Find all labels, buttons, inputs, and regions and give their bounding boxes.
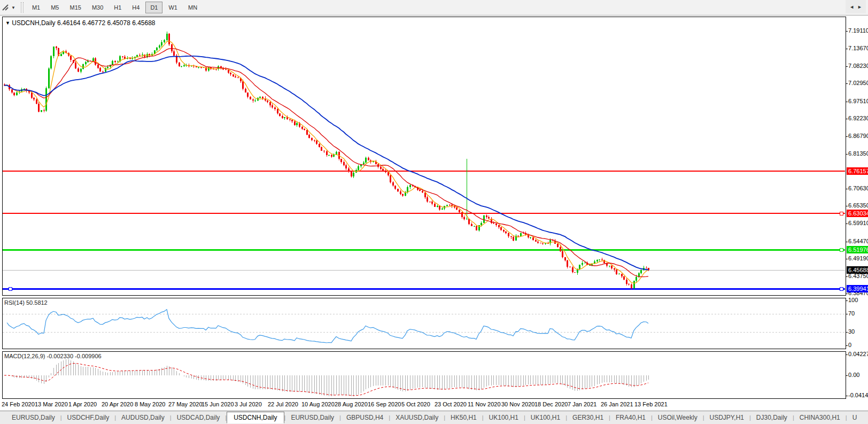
price-axis-tick: 7.19110 bbox=[848, 27, 868, 34]
date-axis-label: 15 Jun 2020 bbox=[201, 401, 234, 407]
tab-xauusd-daily[interactable]: XAUUSD,Daily bbox=[390, 412, 444, 423]
date-axis-label: 22 Jul 2020 bbox=[268, 401, 298, 407]
main-chart-plot[interactable] bbox=[3, 17, 846, 295]
ohlc-low: 6.45078 bbox=[107, 19, 130, 27]
date-axis-label: 28 Aug 2020 bbox=[335, 401, 368, 407]
macd-plot[interactable] bbox=[3, 351, 846, 398]
tab-eurusd-daily[interactable]: EURUSD,Daily bbox=[6, 412, 60, 423]
rsi-axis-tick: 0 bbox=[848, 342, 851, 348]
date-axis-label: 24 Feb 2020 bbox=[2, 401, 35, 407]
rsi-axis-tick: 70 bbox=[848, 310, 855, 317]
price-axis-tick: 6.49190 bbox=[848, 255, 868, 261]
tab-scrollers: ◄ ► bbox=[846, 0, 866, 13]
date-axis-label: 7 Jan 2021 bbox=[568, 401, 596, 407]
macd-legend: MACD(12,26,9) -0.002330 -0.009906 bbox=[4, 353, 102, 359]
rsi-plot[interactable] bbox=[3, 298, 846, 349]
tab-ger30-h1[interactable]: GER30,H1 bbox=[567, 412, 609, 423]
macd-label: MACD(12,26,9) bbox=[4, 353, 45, 359]
price-axis-tick: 6.54470 bbox=[848, 238, 868, 244]
tab-gbpusd-h4[interactable]: GBPUSD,H4 bbox=[341, 412, 389, 423]
timeframe-button-group: M1M5M15M30H1H4D1W1MN bbox=[27, 2, 203, 13]
date-axis-label: 13 Mar 2020 bbox=[35, 401, 68, 407]
tab-usoil-weekly[interactable]: USOil,Weekly bbox=[653, 412, 703, 423]
date-axis-label: 27 May 2020 bbox=[168, 401, 203, 407]
tab-hk50-h1[interactable]: HK50,H1 bbox=[445, 412, 482, 423]
rsi-axis-tick: 100 bbox=[848, 297, 858, 303]
timeframe-button-h4[interactable]: H4 bbox=[127, 2, 144, 13]
symbol-dropdown-icon[interactable]: ▼ bbox=[5, 20, 10, 26]
price-axis-tick: 6.97510 bbox=[848, 98, 868, 104]
macd-axis-tick: 0.042275 bbox=[848, 351, 868, 357]
price-axis-tick: 7.02950 bbox=[848, 80, 868, 86]
date-axis-label: 1 Apr 2020 bbox=[68, 401, 97, 407]
macd-signal-value: -0.009906 bbox=[75, 353, 102, 359]
date-axis-label: 13 Feb 2021 bbox=[634, 401, 668, 407]
chart-draw-tool-icon bbox=[1, 3, 10, 12]
price-axis-tick: 6.86790 bbox=[848, 133, 868, 139]
rsi-axis-tick: 30 bbox=[848, 328, 855, 335]
tab-audusd-daily[interactable]: AUDUSD,Daily bbox=[116, 412, 170, 423]
top-toolbar: ▼ M1M5M15M30H1H4D1W1MN bbox=[0, 0, 868, 16]
tab-u[interactable]: U bbox=[847, 412, 863, 423]
price-axis-tick: 6.70630 bbox=[848, 185, 868, 191]
timeframe-button-m15[interactable]: M15 bbox=[65, 2, 86, 13]
chart-title: USDCNH,Daily bbox=[12, 19, 55, 27]
chart-legend: ▼ USDCNH,Daily 6.46164 6.46772 6.45078 6… bbox=[5, 19, 156, 27]
trading-platform-window: { "toolbar": { "tools_icon": "chart-draw… bbox=[0, 0, 868, 424]
date-axis-label: 11 Nov 2020 bbox=[468, 401, 501, 407]
tab-usdjpy-h1[interactable]: USDJPY,H1 bbox=[704, 412, 749, 423]
price-axis-tick: 6.81350 bbox=[848, 150, 868, 157]
date-axis-label: 26 Jan 2021 bbox=[601, 401, 633, 407]
symbol-tab-bar: EURUSD,Daily|USDCHF,Daily|AUDUSD,Daily|U… bbox=[0, 411, 868, 424]
date-axis-label: 23 Oct 2020 bbox=[435, 401, 467, 407]
tab-scroll-right-icon[interactable]: ► bbox=[857, 4, 862, 10]
price-axis-tick: 7.13670 bbox=[848, 45, 868, 51]
level-price-badge: 6.76157 bbox=[847, 167, 868, 175]
tab-china300-h1[interactable]: CHINA300,H1 bbox=[794, 412, 846, 423]
tab-dj30-daily[interactable]: DJ30,Daily bbox=[751, 412, 793, 423]
level-price-badge: 6.63034 bbox=[847, 210, 868, 217]
tab-uk100-h1[interactable]: UK100,H1 bbox=[484, 412, 524, 423]
rsi-label: RSI(14) bbox=[4, 299, 25, 306]
tab-usdcad-daily[interactable]: USDCAD,Daily bbox=[172, 412, 226, 423]
date-axis-label: 18 Dec 2020 bbox=[534, 401, 568, 407]
tab-usdchf-daily[interactable]: USDCHF,Daily bbox=[62, 412, 115, 423]
tab-fra40-h1[interactable]: FRA40,H1 bbox=[610, 412, 651, 423]
macd-main-value: -0.002330 bbox=[46, 353, 73, 359]
date-axis-label: 3 Jul 2020 bbox=[235, 401, 262, 407]
timeframe-button-w1[interactable]: W1 bbox=[164, 2, 182, 13]
ohlc-high: 6.46772 bbox=[82, 19, 105, 27]
current-price-badge: 6.45688 bbox=[847, 266, 868, 274]
chart-tools-button[interactable]: ▼ bbox=[0, 3, 18, 12]
date-axis-label: 5 Oct 2020 bbox=[401, 401, 430, 407]
chevron-down-icon: ▼ bbox=[11, 5, 15, 10]
date-axis-label: 8 May 2020 bbox=[135, 401, 165, 407]
timeframe-button-mn[interactable]: MN bbox=[183, 2, 202, 13]
tab-usdcnh-daily[interactable]: USDCNH,Daily bbox=[227, 412, 284, 423]
date-axis-label: 20 Apr 2020 bbox=[102, 401, 133, 407]
date-axis-label: 30 Nov 2020 bbox=[501, 401, 534, 407]
timeframe-button-h1[interactable]: H1 bbox=[109, 2, 126, 13]
price-axis-tick: 6.59910 bbox=[848, 220, 868, 226]
price-axis-tick: 7.08230 bbox=[848, 63, 868, 69]
ohlc-close: 6.45688 bbox=[132, 19, 155, 27]
timeframe-button-m1[interactable]: M1 bbox=[27, 2, 45, 13]
macd-axis-tick: -0.04148 bbox=[848, 392, 868, 398]
level-price-badge: 6.39941 bbox=[847, 285, 868, 292]
rsi-legend: RSI(14) 50.5812 bbox=[4, 299, 48, 306]
tab-eurusd-daily[interactable]: EURUSD,Daily bbox=[285, 412, 339, 423]
price-axis-tick: 6.65350 bbox=[848, 202, 868, 209]
timeframe-button-m30[interactable]: M30 bbox=[87, 2, 108, 13]
timeframe-button-m5[interactable]: M5 bbox=[46, 2, 64, 13]
timeframe-button-d1[interactable]: D1 bbox=[145, 2, 162, 13]
level-price-badge: 6.51976 bbox=[847, 246, 868, 253]
macd-axis-tick: 0.00 bbox=[848, 372, 859, 378]
rsi-value: 50.5812 bbox=[26, 299, 48, 306]
toolbar-grip[interactable] bbox=[21, 2, 24, 13]
ohlc-open: 6.46164 bbox=[57, 19, 80, 27]
price-axis-tick: 6.92230 bbox=[848, 115, 868, 121]
date-axis-label: 16 Sep 2020 bbox=[368, 401, 401, 407]
tab-scroll-left-icon[interactable]: ◄ bbox=[849, 4, 854, 10]
tab-uk100-h1[interactable]: UK100,H1 bbox=[525, 412, 565, 423]
date-axis-label: 10 Aug 2020 bbox=[301, 401, 335, 407]
